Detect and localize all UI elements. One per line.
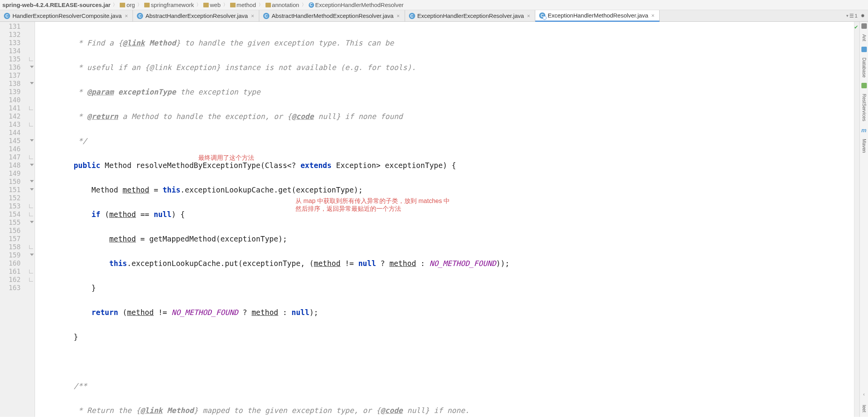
fold-end-icon[interactable]: [29, 204, 33, 208]
line-number[interactable]: 156: [0, 227, 35, 235]
wand-icon[interactable]: ✸: [861, 13, 865, 19]
fold-start-icon[interactable]: [30, 139, 34, 142]
line-number[interactable]: 147: [0, 153, 35, 161]
breadcrumb-folder[interactable]: springframework: [144, 2, 194, 8]
class-icon: C: [263, 13, 269, 19]
line-number[interactable]: 159: [0, 251, 35, 259]
fold-start-icon[interactable]: [30, 82, 34, 84]
fold-start-icon[interactable]: [30, 254, 34, 256]
line-number[interactable]: 155: [0, 219, 35, 227]
line-number[interactable]: 160: [0, 259, 35, 268]
fold-end-icon[interactable]: [29, 278, 33, 282]
fold-end-icon[interactable]: [29, 106, 33, 110]
line-gutter[interactable]: 1311321331341351361371381391401411421431…: [0, 22, 35, 417]
folder-icon: [230, 3, 236, 7]
folder-icon: [120, 3, 125, 7]
database-icon[interactable]: [861, 47, 867, 52]
line-number[interactable]: 151: [0, 186, 35, 194]
line-number[interactable]: 153: [0, 202, 35, 210]
chevron-right-icon: 〉: [136, 2, 143, 8]
breadcrumb-class[interactable]: CExceptionHandlerMethodResolver: [309, 2, 404, 8]
ant-icon[interactable]: [861, 23, 867, 29]
tab-abstract-handler-exception-resolver[interactable]: C AbstractHandlerExceptionResolver.java …: [133, 10, 259, 21]
close-icon[interactable]: ×: [651, 12, 655, 19]
fold-start-icon[interactable]: [30, 164, 34, 166]
line-number[interactable]: 139: [0, 88, 35, 96]
tab-handler-exception-resolver-composite[interactable]: C HandlerExceptionResolverComposite.java…: [0, 10, 133, 21]
check-icon: ✔: [854, 23, 858, 30]
line-number[interactable]: 134: [0, 47, 35, 55]
line-number[interactable]: 162: [0, 276, 35, 284]
class-icon: C: [409, 13, 415, 19]
fold-end-icon[interactable]: [29, 57, 33, 61]
breadcrumb-folder[interactable]: method: [230, 2, 256, 8]
close-icon[interactable]: ×: [396, 13, 400, 19]
tab-label: ExceptionHandlerExceptionResolver.java: [417, 12, 524, 19]
marker-strip[interactable]: ✔: [854, 22, 859, 417]
tab-label: HandlerExceptionResolverComposite.java: [12, 12, 122, 19]
line-number[interactable]: 136: [0, 63, 35, 72]
line-number[interactable]: 157: [0, 235, 35, 243]
code-area[interactable]: * Find a {@link Method} to handle the gi…: [35, 22, 854, 417]
folder-icon: [265, 3, 271, 7]
fold-start-icon[interactable]: [30, 180, 34, 182]
line-number[interactable]: 140: [0, 96, 35, 104]
breadcrumb-jar[interactable]: spring-web-4.2.4.RELEASE-sources.jar: [2, 2, 110, 8]
sidebar-tab-maven[interactable]: Maven: [861, 136, 868, 156]
line-number[interactable]: 132: [0, 31, 35, 39]
line-number[interactable]: 150: [0, 178, 35, 186]
expand-icon[interactable]: ‹: [863, 392, 865, 397]
close-icon[interactable]: ×: [526, 13, 531, 19]
line-number[interactable]: 135: [0, 55, 35, 63]
line-number[interactable]: 142: [0, 112, 35, 121]
sidebar-tab-database[interactable]: Database: [861, 54, 868, 80]
annotation-1: 最终调用了这个方法: [198, 154, 254, 162]
line-number[interactable]: 158: [0, 243, 35, 251]
fold-end-icon[interactable]: [29, 245, 33, 249]
line-number[interactable]: 131: [0, 23, 35, 31]
line-number[interactable]: 144: [0, 129, 35, 137]
line-number[interactable]: 154: [0, 210, 35, 219]
line-number[interactable]: 137: [0, 72, 35, 80]
breadcrumb-folder[interactable]: org: [120, 2, 135, 8]
sidebar-tab-leet[interactable]: leet: [861, 402, 868, 415]
close-icon[interactable]: ×: [124, 13, 129, 19]
right-tool-sidebar: Ant Database RestServices m Maven ‹ leet: [859, 22, 868, 417]
fold-end-icon[interactable]: [29, 122, 33, 126]
list-icon[interactable]: ☰: [849, 13, 854, 19]
line-number[interactable]: 163: [0, 284, 35, 292]
rest-icon[interactable]: [861, 83, 867, 88]
sidebar-tab-ant[interactable]: Ant: [861, 31, 868, 44]
chevron-right-icon: 〉: [222, 2, 229, 8]
class-icon: C: [4, 13, 10, 19]
line-number[interactable]: 133: [0, 39, 35, 47]
line-number[interactable]: 152: [0, 194, 35, 202]
chevron-right-icon: 〉: [196, 2, 202, 8]
tab-exception-handler-method-resolver[interactable]: C ExceptionHandlerMethodResolver.java ×: [535, 10, 660, 22]
maven-icon[interactable]: m: [861, 127, 866, 133]
line-number[interactable]: 143: [0, 121, 35, 129]
fold-end-icon[interactable]: [29, 155, 33, 159]
folder-icon: [144, 3, 150, 7]
tab-exception-handler-exception-resolver[interactable]: C ExceptionHandlerExceptionResolver.java…: [405, 10, 536, 21]
fold-start-icon[interactable]: [30, 188, 34, 191]
editor-tabs: C HandlerExceptionResolverComposite.java…: [0, 10, 868, 22]
sidebar-tab-rest[interactable]: RestServices: [861, 91, 868, 124]
line-number[interactable]: 146: [0, 145, 35, 153]
tab-abstract-handler-method-exception-resolver[interactable]: C AbstractHandlerMethodExceptionResolver…: [259, 10, 405, 21]
fold-end-icon[interactable]: [29, 270, 33, 273]
line-number[interactable]: 149: [0, 170, 35, 178]
breadcrumb-folder[interactable]: annotation: [265, 2, 299, 8]
fold-start-icon[interactable]: [30, 66, 34, 68]
line-number[interactable]: 145: [0, 137, 35, 145]
line-number[interactable]: 148: [0, 161, 35, 170]
chevron-down-icon[interactable]: ▾: [846, 13, 849, 18]
chevron-right-icon: 〉: [301, 2, 307, 8]
close-icon[interactable]: ×: [250, 13, 255, 19]
fold-end-icon[interactable]: [29, 212, 33, 216]
line-number[interactable]: 141: [0, 104, 35, 112]
line-number[interactable]: 161: [0, 268, 35, 276]
breadcrumb-folder[interactable]: web: [203, 2, 221, 8]
fold-start-icon[interactable]: [30, 221, 34, 223]
line-number[interactable]: 138: [0, 80, 35, 88]
